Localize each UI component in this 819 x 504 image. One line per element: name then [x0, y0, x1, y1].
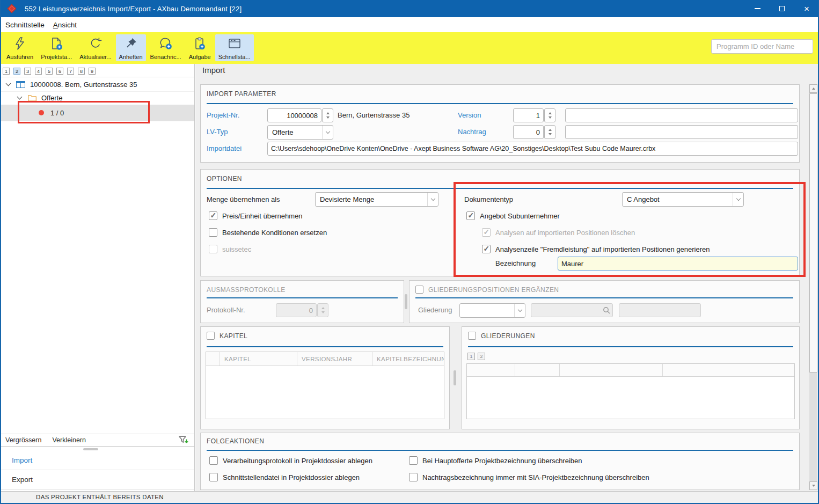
aktualisieren-button[interactable]: Aktualisier... — [76, 34, 114, 61]
projekt-nr-spinner[interactable] — [322, 108, 333, 122]
chevron-down-icon[interactable] — [6, 81, 11, 86]
nav-item-export[interactable]: Export — [0, 470, 194, 490]
scrollbar-thumb[interactable] — [809, 93, 817, 372]
scroll-up-button[interactable] — [809, 84, 817, 93]
level-button-4[interactable]: 4 — [35, 68, 42, 75]
status-bar: DAS PROJEKT ENTHÄLT BEREITS DATEN — [0, 491, 819, 503]
close-icon: × — [804, 4, 809, 13]
status-message: DAS PROJEKT ENTHÄLT BEREITS DATEN — [0, 492, 200, 503]
version-input[interactable] — [513, 108, 544, 122]
maximize-button[interactable] — [770, 0, 794, 17]
protokoll-nr-label: Protokoll-Nr. — [207, 303, 245, 317]
level-button-2[interactable]: 2 — [13, 68, 20, 75]
toolbar: Ausführen Projektsta... Aktualisier... A… — [0, 32, 819, 64]
projektstart-button[interactable]: Projektsta... — [38, 34, 75, 61]
section-heading: IMPORT PARAMETER — [207, 90, 276, 98]
bezeichnung-label: Bezeichnung — [495, 257, 536, 271]
version-text-input[interactable] — [565, 108, 798, 122]
lv-typ-select[interactable]: Offerte — [267, 125, 333, 140]
close-button[interactable]: × — [794, 0, 819, 17]
gliederung-level-button-1[interactable]: 1 — [467, 353, 475, 360]
section-heading: GLIEDERUNGSPOSITIONEN ERGÄNZEN — [428, 286, 559, 294]
section-heading: FOLGEAKTIONEN — [207, 437, 264, 445]
section-splitter-handle[interactable] — [454, 370, 456, 385]
verkleinern-button[interactable]: Verkleinern — [47, 436, 91, 444]
level-button-6[interactable]: 6 — [56, 68, 63, 75]
column-versionsjahr: VERSIONSJAHR — [297, 352, 372, 366]
checkbox-konditionen-ersetzen[interactable] — [209, 228, 217, 237]
column-kapitelbezeichnung: KAPITELBEZEICHNUNG — [372, 352, 444, 366]
level-button-9[interactable]: 9 — [89, 68, 96, 75]
checkbox-label: Analysen auf importierten Positionen lös… — [495, 229, 635, 237]
checkbox-hauptofferte[interactable] — [409, 456, 418, 465]
level-button-1[interactable]: 1 — [3, 68, 10, 75]
checkbox-gliederungspositionen[interactable] — [415, 286, 423, 294]
app-logo-icon — [8, 4, 17, 13]
menu-ansicht[interactable]: Ansicht — [49, 19, 81, 31]
version-spinner[interactable] — [544, 108, 555, 122]
section-splitter-handle[interactable] — [405, 294, 407, 309]
checkbox-analysenzeile-fremdleistung[interactable] — [482, 245, 491, 253]
level-button-8[interactable]: 8 — [78, 68, 85, 75]
gliederungen-table[interactable] — [466, 363, 795, 419]
nav-item-import[interactable]: Import — [0, 451, 194, 470]
nachtrag-input[interactable] — [513, 125, 544, 139]
checkbox-verarbeitungsprotokoll[interactable] — [209, 456, 218, 465]
mode-nav: Import Export — [0, 451, 194, 490]
nachtrag-text-input[interactable] — [565, 125, 798, 139]
chevron-down-icon[interactable] — [514, 304, 525, 317]
nachtrag-label: Nachtrag — [458, 125, 486, 139]
scroll-down-button[interactable] — [809, 481, 817, 490]
menu-bar: Schnittstelle Ansicht — [0, 17, 819, 32]
program-search-input[interactable] — [711, 39, 813, 54]
minimize-icon — [755, 8, 760, 9]
pin-icon — [124, 36, 138, 53]
anheften-button[interactable]: Anheften — [116, 34, 146, 61]
importdatei-input[interactable] — [267, 142, 798, 156]
checkbox-nachtragsbezeichnung[interactable] — [409, 473, 418, 481]
section-heading: KAPITEL — [220, 332, 247, 340]
checkbox-label: Bestehende Konditionen ersetzen — [222, 229, 327, 237]
checkbox-kapitel[interactable] — [207, 332, 215, 340]
tree-item-project[interactable]: 10000008. Bern, Gurtenstrasse 35 — [0, 78, 194, 91]
checkbox-angebot-subunternehmer[interactable] — [466, 211, 475, 220]
checkbox-gliederungen[interactable] — [468, 332, 476, 340]
filter-icon[interactable] — [179, 436, 189, 444]
sidebar-splitter-handle[interactable] — [83, 448, 98, 450]
gliederung-select[interactable] — [459, 303, 525, 318]
bezeichnung-input[interactable] — [558, 257, 798, 271]
version-label: Version — [458, 108, 481, 122]
checkbox-preis-einheit[interactable] — [209, 211, 217, 220]
nachtrag-spinner[interactable] — [544, 125, 555, 139]
schnellstart-button[interactable]: Schnellsta... — [215, 34, 254, 61]
level-button-3[interactable]: 3 — [24, 68, 31, 75]
chevron-down-icon[interactable] — [17, 94, 23, 100]
dokumententyp-select[interactable]: C Angebot — [622, 192, 744, 207]
level-button-5[interactable]: 5 — [46, 68, 53, 75]
chevron-down-icon[interactable] — [733, 193, 743, 206]
kapitel-table[interactable]: KAPITEL VERSIONSJAHR KAPITELBEZEICHNUNG — [206, 352, 444, 419]
level-button-7[interactable]: 7 — [67, 68, 74, 75]
kapitel-section: KAPITEL KAPITEL VERSIONSJAHR KAPITELBEZE… — [200, 326, 450, 429]
gliederung-level-button-2[interactable]: 2 — [478, 353, 485, 360]
chevron-down-icon[interactable] — [322, 126, 333, 139]
vertical-scrollbar[interactable] — [809, 84, 817, 490]
aufgabe-button[interactable]: Aufgabe — [186, 34, 214, 61]
gliederung-text-input — [619, 303, 701, 317]
ausfuehren-button[interactable]: Ausführen — [3, 34, 36, 61]
clipboard-add-icon — [193, 36, 207, 53]
menu-schnittstelle[interactable]: Schnittstelle — [1, 19, 49, 31]
gliederungen-section: GLIEDERUNGEN 1 2 — [462, 326, 800, 429]
checkbox-schnittstellendatei[interactable] — [209, 473, 218, 481]
minimize-button[interactable] — [745, 0, 770, 17]
tree-item-folder-offerte[interactable]: Offerte — [0, 91, 194, 104]
projekt-nr-label: Projekt-Nr. — [207, 108, 239, 122]
chevron-down-icon[interactable] — [427, 193, 438, 206]
vergroessern-button[interactable]: Vergrössern — [0, 436, 47, 444]
gliederung-label: Gliederung — [418, 303, 452, 317]
benachrichtigung-button[interactable]: Benachric... — [147, 34, 185, 61]
checkbox-suissetec — [209, 245, 217, 253]
tree-item-lv[interactable]: 1 / 0 — [0, 105, 194, 121]
projekt-nr-input[interactable] — [267, 108, 321, 122]
menge-select[interactable]: Devisierte Menge — [315, 192, 438, 207]
